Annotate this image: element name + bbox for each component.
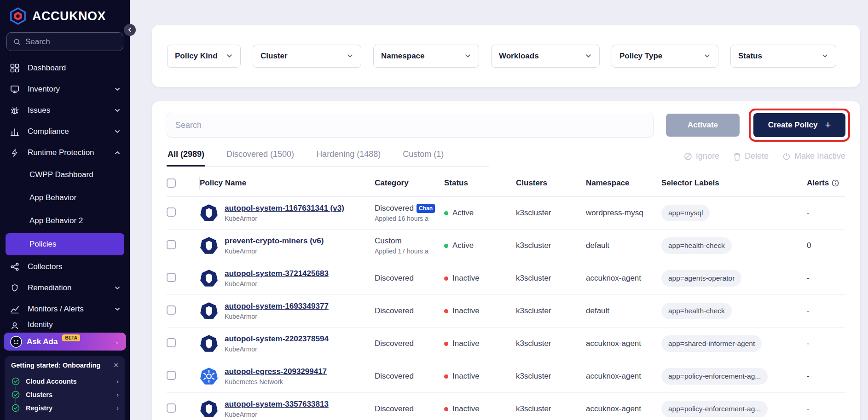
sidebar-item-app-behavior[interactable]: App Behavior bbox=[0, 186, 130, 209]
tab-discovered[interactable]: Discovered (1500) bbox=[226, 145, 295, 166]
tab-custom[interactable]: Custom (1) bbox=[402, 145, 445, 166]
row-checkbox[interactable] bbox=[167, 371, 176, 380]
sidebar-item-cwpp-dashboard[interactable]: CWPP Dashboard bbox=[0, 163, 130, 186]
kubearmor-icon bbox=[200, 302, 218, 320]
policy-type: KubeArmor bbox=[225, 280, 329, 288]
filter-label: Policy Kind bbox=[175, 52, 218, 61]
sidebar-item-monitors-alerts[interactable]: Monitors / Alerts bbox=[0, 299, 130, 320]
filter-policy-type[interactable]: Policy Type bbox=[612, 45, 718, 68]
row-checkbox[interactable] bbox=[167, 403, 176, 413]
table-row: autopol-egress-2093299417 Kubernetes Net… bbox=[167, 360, 845, 393]
sidebar-item-remediation[interactable]: Remediation bbox=[0, 277, 130, 299]
row-checkbox[interactable] bbox=[167, 207, 176, 217]
row-checkbox[interactable] bbox=[167, 240, 176, 249]
policy-name-link[interactable]: autopol-system-2202378594 bbox=[225, 334, 329, 343]
delete-button[interactable]: Delete bbox=[733, 151, 769, 161]
table-row: autopol-system-1693349377 KubeArmor Disc… bbox=[167, 295, 845, 328]
category-value: Discovered bbox=[375, 204, 414, 213]
ignore-label: Ignore bbox=[696, 151, 719, 161]
selector-label-chip: app=policy-enforcement-ag... bbox=[661, 401, 768, 417]
policy-name-link[interactable]: autopol-system-1693349377 bbox=[225, 302, 329, 311]
sidebar: AccuKnox Dashboard Inventory bbox=[0, 0, 130, 420]
status-dot bbox=[444, 309, 448, 313]
table-row: prevent-crypto-miners (v6) KubeArmor Cus… bbox=[167, 230, 845, 262]
sidebar-item-collectors[interactable]: Collectors bbox=[0, 256, 130, 277]
sidebar-item-issues[interactable]: Issues bbox=[0, 100, 130, 121]
onboarding-item-clusters[interactable]: Clusters › bbox=[11, 388, 119, 401]
clusters-value: k3scluster bbox=[516, 372, 586, 381]
namespace-value: accuknox-agent bbox=[586, 339, 661, 348]
tab-hardening[interactable]: Hardening (1488) bbox=[315, 145, 382, 166]
kubearmor-icon bbox=[200, 236, 218, 255]
policy-name-link[interactable]: autopol-system-3357633813 bbox=[225, 400, 329, 408]
row-checkbox[interactable] bbox=[167, 305, 176, 315]
sidebar-item-policies[interactable]: Policies bbox=[6, 233, 124, 255]
clusters-value: k3scluster bbox=[516, 404, 586, 414]
policy-name-link[interactable]: autopol-system-3721425683 bbox=[225, 269, 329, 278]
beta-badge: BETA bbox=[62, 334, 80, 341]
sidebar-item-app-behavior-2[interactable]: App Behavior 2 bbox=[0, 209, 130, 232]
onboarding-close-button[interactable]: ✕ bbox=[113, 362, 119, 369]
column-header-status: Status bbox=[444, 178, 516, 188]
status-dot bbox=[444, 276, 448, 281]
sidebar-collapse-button[interactable] bbox=[124, 24, 136, 36]
sidebar-search-input[interactable] bbox=[25, 37, 116, 46]
create-policy-button[interactable]: Create Policy + bbox=[753, 113, 845, 137]
category-value: Discovered bbox=[375, 339, 414, 348]
status-dot bbox=[444, 244, 448, 248]
applied-time: Applied 16 hours a bbox=[375, 215, 444, 222]
filter-cluster[interactable]: Cluster bbox=[253, 45, 361, 68]
selector-label-chip: app=health-check bbox=[661, 237, 732, 254]
row-checkbox[interactable] bbox=[167, 338, 176, 347]
sidebar-item-identity[interactable]: Identity bbox=[0, 320, 130, 329]
ask-ada-button[interactable]: Ask Ada BETA → bbox=[4, 333, 126, 351]
policies-search-input[interactable] bbox=[167, 113, 654, 138]
make-inactive-button[interactable]: Make Inactive bbox=[782, 151, 845, 161]
tab-all[interactable]: All (2989) bbox=[167, 145, 205, 166]
filter-workloads[interactable]: Workloads bbox=[491, 45, 600, 68]
column-header-selector-labels: Selector Labels bbox=[661, 178, 803, 188]
onboarding-item-registry[interactable]: Registry › bbox=[11, 401, 119, 414]
sidebar-item-inventory[interactable]: Inventory bbox=[0, 79, 130, 100]
policy-name-link[interactable]: prevent-crypto-miners (v6) bbox=[225, 236, 324, 245]
chevron-down-icon bbox=[114, 306, 121, 312]
category-value: Discovered bbox=[375, 274, 414, 283]
nav-label: App Behavior 2 bbox=[29, 216, 83, 225]
chevron-down-icon bbox=[704, 52, 711, 59]
nav-label: Identity bbox=[28, 320, 53, 329]
category-value: Discovered bbox=[375, 306, 414, 316]
selector-label-chip: app=agents-operator bbox=[661, 270, 741, 287]
row-checkbox[interactable] bbox=[167, 273, 176, 282]
policy-name-link[interactable]: autopol-egress-2093299417 bbox=[225, 367, 327, 376]
policy-name-link[interactable]: autopol-system-1167631341 (v3) bbox=[225, 204, 344, 213]
sidebar-item-compliance[interactable]: Compliance bbox=[0, 121, 130, 142]
filter-status[interactable]: Status bbox=[730, 45, 836, 68]
chevron-down-icon bbox=[226, 52, 233, 59]
onboarding-title: Getting started: Onboarding bbox=[11, 362, 100, 369]
sidebar-item-dashboard[interactable]: Dashboard bbox=[0, 58, 130, 79]
info-icon[interactable] bbox=[832, 179, 839, 187]
filter-label: Workloads bbox=[499, 52, 539, 61]
namespace-value: wordpress-mysq bbox=[586, 208, 661, 218]
filter-namespace[interactable]: Namespace bbox=[373, 45, 479, 68]
ada-avatar-icon bbox=[10, 336, 22, 348]
chevron-down-icon bbox=[822, 52, 828, 59]
activate-button[interactable]: Activate bbox=[666, 114, 740, 137]
policy-type: KubeArmor bbox=[225, 215, 344, 222]
sidebar-item-runtime-protection[interactable]: Runtime Protection bbox=[0, 142, 130, 163]
onboarding-item-cloud-accounts[interactable]: Cloud Accounts › bbox=[11, 374, 119, 388]
policy-type: KubeArmor bbox=[225, 345, 329, 353]
onboarding-item-label: Clusters bbox=[26, 391, 52, 398]
table-row: autopol-system-3721425683 KubeArmor Disc… bbox=[167, 262, 845, 295]
ignore-button[interactable]: Ignore bbox=[684, 151, 719, 161]
logo-text: AccuKnox bbox=[32, 9, 106, 23]
column-header-alerts: Alerts bbox=[807, 178, 829, 188]
chevron-down-icon bbox=[114, 107, 121, 114]
nav-label: Dashboard bbox=[28, 63, 66, 73]
power-icon bbox=[782, 152, 791, 161]
select-all-checkbox[interactable] bbox=[167, 178, 176, 188]
filter-policy-kind[interactable]: Policy Kind bbox=[167, 45, 241, 68]
chevron-right-icon: › bbox=[116, 377, 119, 385]
make-inactive-label: Make Inactive bbox=[794, 151, 845, 161]
status-value: Inactive bbox=[452, 339, 480, 348]
